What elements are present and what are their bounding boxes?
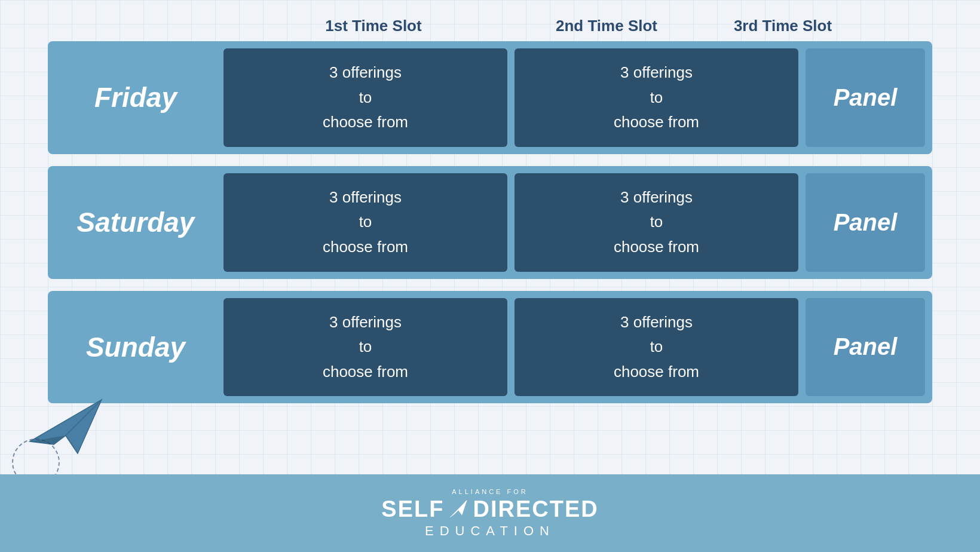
saturday-slot2-text: 3 offeringstochoose from — [614, 185, 699, 260]
friday-panel-text: Panel — [834, 84, 898, 111]
friday-row: Friday 3 offeringstochoose from 3 offeri… — [48, 41, 932, 154]
footer-logo: ALLIANCE FOR SELF DIRECTED EDUCATION — [381, 488, 598, 539]
sunday-row: Sunday 3 offeringstochoose from 3 offeri… — [48, 291, 932, 404]
saturday-slot1: 3 offeringstochoose from — [223, 173, 507, 272]
friday-slot2-text: 3 offeringstochoose from — [614, 60, 699, 135]
saturday-slot2: 3 offeringstochoose from — [514, 173, 798, 272]
sunday-text: Sunday — [86, 331, 185, 363]
friday-slot2: 3 offeringstochoose from — [514, 48, 798, 147]
footer-directed-text: DIRECTED — [473, 496, 598, 522]
sunday-slot2: 3 offeringstochoose from — [514, 298, 798, 397]
friday-panel: Panel — [806, 48, 925, 147]
header-slot2: 2nd Time Slot — [490, 17, 723, 35]
header-row: 1st Time Slot 2nd Time Slot 3rd Time Slo… — [257, 0, 932, 41]
header-slot1: 1st Time Slot — [257, 17, 490, 35]
footer-self-text: SELF — [381, 496, 444, 522]
footer-education-text: EDUCATION — [425, 523, 555, 539]
friday-day-label: Friday — [55, 48, 216, 147]
main-container: 1st Time Slot 2nd Time Slot 3rd Time Slo… — [0, 0, 980, 552]
sunday-slot2-text: 3 offeringstochoose from — [614, 310, 699, 385]
saturday-panel-text: Panel — [834, 209, 898, 236]
footer-alliance-text: ALLIANCE FOR — [452, 488, 528, 495]
sunday-panel: Panel — [806, 298, 925, 397]
sunday-day-label: Sunday — [55, 298, 216, 397]
saturday-row: Saturday 3 offeringstochoose from 3 offe… — [48, 166, 932, 279]
friday-slot1: 3 offeringstochoose from — [223, 48, 507, 147]
saturday-day-label: Saturday — [55, 173, 216, 272]
footer-main-line: SELF DIRECTED — [381, 496, 598, 522]
friday-text: Friday — [94, 81, 177, 114]
friday-slot1-text: 3 offeringstochoose from — [323, 60, 408, 135]
content-area: Friday 3 offeringstochoose from 3 offeri… — [48, 41, 932, 499]
footer: ALLIANCE FOR SELF DIRECTED EDUCATION — [0, 474, 980, 552]
header-slot3: 3rd Time Slot — [723, 17, 843, 35]
saturday-text: Saturday — [77, 206, 195, 238]
footer-arrow-icon — [448, 498, 469, 520]
sunday-panel-text: Panel — [834, 333, 898, 360]
saturday-panel: Panel — [806, 173, 925, 272]
saturday-slot1-text: 3 offeringstochoose from — [323, 185, 408, 260]
sunday-slot1-text: 3 offeringstochoose from — [323, 310, 408, 385]
sunday-slot1: 3 offeringstochoose from — [223, 298, 507, 397]
